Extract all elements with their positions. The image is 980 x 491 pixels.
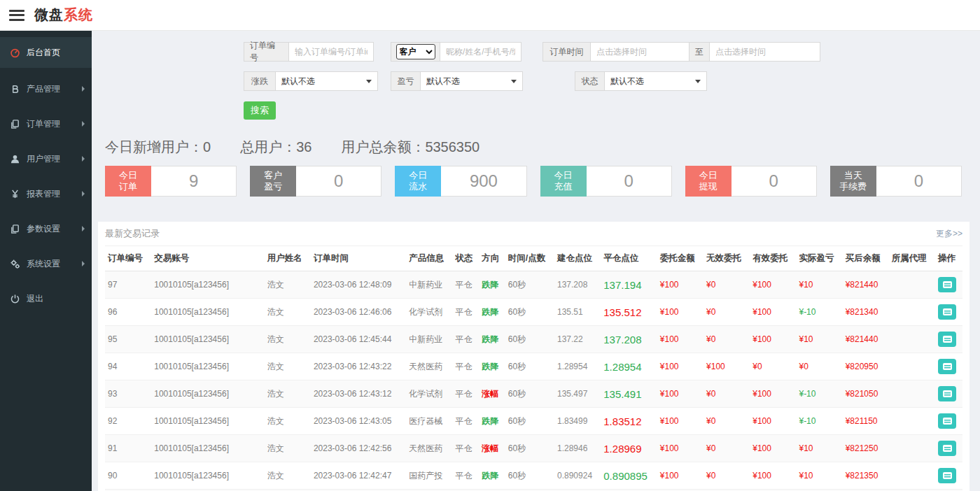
- cell-account: 10010105[a123456]: [151, 380, 265, 408]
- yen-icon: [10, 189, 20, 199]
- cell-orderno: 95: [105, 326, 151, 353]
- cell-action: [935, 271, 962, 299]
- status-select[interactable]: 默认不选: [604, 71, 707, 91]
- sidebar-item-label: 订单管理: [27, 118, 82, 130]
- column-header: 订单编号: [105, 246, 151, 271]
- sidebar-item-home[interactable]: 后台首页: [0, 37, 92, 68]
- row-detail-button[interactable]: [938, 468, 956, 483]
- cell-amount: ¥100: [657, 435, 704, 462]
- sidebar-item-params[interactable]: 参数设置: [0, 215, 92, 243]
- sidebar-item-label: 报表管理: [27, 188, 82, 200]
- table-row: 9510010105[a123456]浩文2023-03-06 12:45:44…: [105, 326, 962, 353]
- row-detail-button[interactable]: [938, 277, 956, 292]
- cell-invalid: ¥0: [704, 408, 750, 435]
- sidebar-item-products[interactable]: 产品管理: [0, 75, 92, 103]
- cell-time: 2023-03-06 12:43:22: [311, 353, 406, 380]
- cell-agent: [889, 353, 935, 380]
- app-title-red: 系统: [64, 7, 93, 22]
- time-from-input[interactable]: [590, 42, 690, 62]
- main-content: 订单编号 客户 订单时间 至 涨跌 默认不选 盈亏: [92, 31, 980, 491]
- customer-type-select[interactable]: 客户: [396, 44, 435, 59]
- column-header: 建仓点位: [554, 246, 601, 271]
- stat-card-label: 今日订单: [105, 166, 151, 197]
- column-header: 操作: [935, 246, 962, 271]
- more-link[interactable]: 更多>>: [936, 228, 962, 240]
- row-detail-button[interactable]: [938, 386, 956, 401]
- column-header: 无效委托: [704, 246, 750, 271]
- cell-time: 2023-03-06 12:45:44: [311, 326, 406, 353]
- cell-amount: ¥100: [657, 353, 704, 380]
- cell-name: 浩文: [265, 435, 311, 462]
- cell-action: [935, 408, 962, 435]
- row-detail-button[interactable]: [938, 304, 956, 320]
- cell-amount: ¥100: [657, 380, 704, 408]
- cell-duration: 60秒: [505, 326, 554, 353]
- detail-list-icon: [943, 363, 952, 370]
- sidebar-item-orders[interactable]: 订单管理: [0, 110, 92, 138]
- cell-amount: ¥100: [657, 271, 704, 299]
- sidebar-item-label: 参数设置: [27, 223, 82, 235]
- cell-close: 135.491: [601, 380, 657, 408]
- cell-open: 137.208: [554, 271, 601, 299]
- stat-cards: 今日订单 9 客户盈亏 0 今日流水 900 今日充值 0 今日提现 0 当天手…: [105, 166, 962, 197]
- sidebar-item-reports[interactable]: 报表管理: [0, 180, 92, 208]
- chevron-right-icon: [82, 156, 85, 162]
- cell-open: 0.890924: [554, 462, 601, 490]
- cell-product: 天然医药: [406, 435, 452, 462]
- cell-account: 10010105[a123456]: [151, 299, 265, 326]
- cell-direction: 跌降: [479, 408, 505, 435]
- row-detail-button[interactable]: [938, 359, 956, 374]
- topbar: 微盘系统: [0, 0, 980, 31]
- cell-agent: [889, 435, 935, 462]
- cell-direction: 跌降: [479, 353, 505, 380]
- cell-close: 0.890895: [601, 462, 657, 490]
- row-detail-button[interactable]: [938, 332, 956, 347]
- cell-product: 医疗器械: [406, 408, 452, 435]
- row-detail-button[interactable]: [938, 441, 956, 456]
- sidebar-item-label: 系统设置: [27, 258, 82, 270]
- chevron-right-icon: [82, 261, 85, 266]
- cell-time: 2023-03-06 12:43:05: [311, 408, 406, 435]
- column-header: 方向: [479, 246, 505, 271]
- column-header: 状态: [452, 246, 479, 271]
- cell-status: 平仓: [452, 380, 479, 408]
- chevron-right-icon: [82, 226, 85, 232]
- cell-balance: ¥821250: [843, 435, 889, 462]
- time-to-input[interactable]: [709, 42, 820, 62]
- cell-open: 135.51: [554, 299, 601, 326]
- row-detail-button[interactable]: [938, 413, 956, 429]
- hamburger-menu-icon[interactable]: [9, 10, 24, 21]
- order-no-input[interactable]: [288, 42, 374, 62]
- cell-time: 2023-03-06 12:48:09: [311, 271, 406, 299]
- cell-time: 2023-03-06 12:42:56: [311, 435, 406, 462]
- cell-action: [935, 353, 962, 380]
- cell-close: 137.194: [601, 271, 657, 299]
- chevron-right-icon: [82, 191, 85, 197]
- column-header: 有效委托: [750, 246, 796, 271]
- cell-direction: 涨幅: [479, 380, 505, 408]
- sidebar-item-system[interactable]: 系统设置: [0, 250, 92, 278]
- cell-agent: [889, 380, 935, 408]
- stat-card: 客户盈亏 0: [250, 166, 382, 197]
- cell-balance: ¥821050: [843, 380, 889, 408]
- cell-valid: ¥100: [750, 271, 796, 299]
- table-row: 9710010105[a123456]浩文2023-03-06 12:48:09…: [105, 271, 962, 299]
- cell-product: 中新药业: [406, 271, 452, 299]
- cell-status: 平仓: [452, 353, 479, 380]
- params-icon: [10, 224, 20, 234]
- cell-orderno: 93: [105, 380, 151, 408]
- customer-search-input[interactable]: [440, 42, 522, 62]
- cell-direction: 跌降: [479, 299, 505, 326]
- sidebar-item-logout[interactable]: 退出: [0, 285, 92, 313]
- updown-select[interactable]: 默认不选: [275, 71, 378, 91]
- column-header: 产品信息: [406, 246, 452, 271]
- column-header: 订单时间: [311, 246, 406, 271]
- cell-direction: 跌降: [479, 271, 505, 299]
- cell-open: 1.28946: [554, 435, 601, 462]
- cell-action: [935, 299, 962, 326]
- pnl-select[interactable]: 默认不选: [420, 71, 523, 91]
- cell-invalid: ¥0: [704, 326, 750, 353]
- sidebar-item-users[interactable]: 用户管理: [0, 145, 92, 173]
- search-button[interactable]: 搜索: [244, 101, 276, 120]
- orders-icon: [10, 119, 20, 129]
